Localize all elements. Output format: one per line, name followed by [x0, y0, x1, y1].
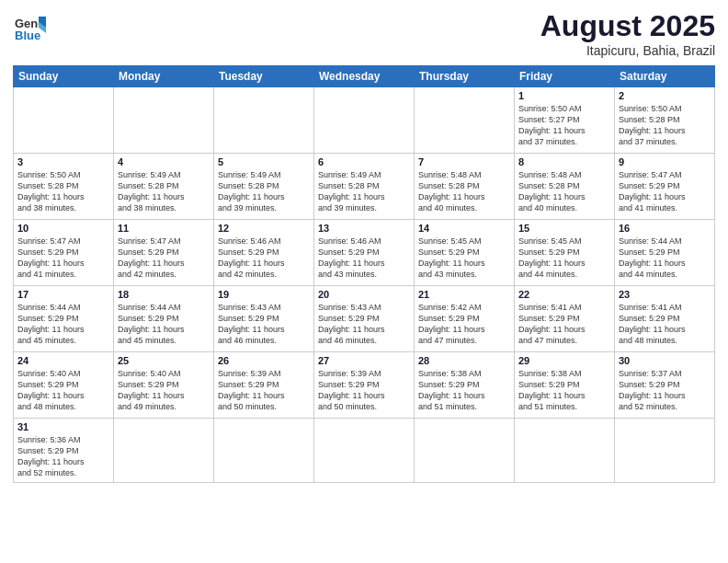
calendar-cell: 13Sunrise: 5:46 AM Sunset: 5:29 PM Dayli… — [314, 220, 415, 286]
day-info: Sunrise: 5:40 AM Sunset: 5:29 PM Dayligh… — [17, 368, 109, 413]
day-info: Sunrise: 5:47 AM Sunset: 5:29 PM Dayligh… — [619, 169, 711, 214]
day-number: 23 — [619, 289, 711, 300]
day-info: Sunrise: 5:37 AM Sunset: 5:29 PM Dayligh… — [619, 368, 711, 413]
day-info: Sunrise: 5:50 AM Sunset: 5:28 PM Dayligh… — [17, 169, 109, 214]
day-info: Sunrise: 5:41 AM Sunset: 5:29 PM Dayligh… — [518, 302, 610, 347]
day-info: Sunrise: 5:49 AM Sunset: 5:28 PM Dayligh… — [318, 169, 410, 214]
calendar-cell: 1Sunrise: 5:50 AM Sunset: 5:27 PM Daylig… — [515, 87, 615, 154]
calendar-cell: 17Sunrise: 5:44 AM Sunset: 5:29 PM Dayli… — [14, 286, 114, 352]
calendar-cell — [515, 419, 615, 483]
calendar-cell: 28Sunrise: 5:38 AM Sunset: 5:29 PM Dayli… — [415, 352, 515, 419]
calendar-cell: 11Sunrise: 5:47 AM Sunset: 5:29 PM Dayli… — [114, 220, 214, 286]
weekday-header: Saturday — [615, 66, 715, 87]
calendar-cell: 3Sunrise: 5:50 AM Sunset: 5:28 PM Daylig… — [14, 154, 114, 220]
calendar-cell: 19Sunrise: 5:43 AM Sunset: 5:29 PM Dayli… — [214, 286, 314, 352]
calendar-cell: 12Sunrise: 5:46 AM Sunset: 5:29 PM Dayli… — [214, 220, 314, 286]
day-info: Sunrise: 5:38 AM Sunset: 5:29 PM Dayligh… — [418, 368, 510, 413]
day-info: Sunrise: 5:42 AM Sunset: 5:29 PM Dayligh… — [418, 302, 510, 347]
calendar-cell — [214, 87, 314, 154]
day-number: 21 — [418, 289, 510, 300]
logo: General Blue — [13, 9, 46, 42]
day-info: Sunrise: 5:40 AM Sunset: 5:29 PM Dayligh… — [118, 368, 210, 413]
calendar-cell: 5Sunrise: 5:49 AM Sunset: 5:28 PM Daylig… — [214, 154, 314, 220]
day-number: 10 — [17, 223, 109, 234]
calendar-cell — [314, 87, 415, 154]
calendar-cell: 25Sunrise: 5:40 AM Sunset: 5:29 PM Dayli… — [114, 352, 214, 419]
day-info: Sunrise: 5:43 AM Sunset: 5:29 PM Dayligh… — [218, 302, 310, 347]
day-number: 28 — [418, 355, 510, 366]
day-info: Sunrise: 5:44 AM Sunset: 5:29 PM Dayligh… — [619, 236, 711, 281]
day-info: Sunrise: 5:46 AM Sunset: 5:29 PM Dayligh… — [218, 236, 310, 281]
header: General Blue August 2025 Itapicuru, Bahi… — [13, 9, 715, 58]
calendar-table: SundayMondayTuesdayWednesdayThursdayFrid… — [13, 65, 715, 483]
day-info: Sunrise: 5:44 AM Sunset: 5:29 PM Dayligh… — [17, 302, 109, 347]
weekday-header: Sunday — [14, 66, 114, 87]
day-info: Sunrise: 5:45 AM Sunset: 5:29 PM Dayligh… — [418, 236, 510, 281]
day-number: 19 — [218, 289, 310, 300]
day-info: Sunrise: 5:47 AM Sunset: 5:29 PM Dayligh… — [118, 236, 210, 281]
calendar-cell — [114, 87, 214, 154]
day-number: 4 — [118, 156, 210, 167]
title-block: August 2025 Itapicuru, Bahia, Brazil — [540, 9, 715, 58]
day-number: 20 — [318, 289, 410, 300]
calendar-cell: 8Sunrise: 5:48 AM Sunset: 5:28 PM Daylig… — [515, 154, 615, 220]
calendar-cell: 18Sunrise: 5:44 AM Sunset: 5:29 PM Dayli… — [114, 286, 214, 352]
location: Itapicuru, Bahia, Brazil — [540, 43, 715, 58]
day-info: Sunrise: 5:48 AM Sunset: 5:28 PM Dayligh… — [418, 169, 510, 214]
day-info: Sunrise: 5:49 AM Sunset: 5:28 PM Dayligh… — [118, 169, 210, 214]
day-number: 17 — [17, 289, 109, 300]
calendar-cell: 31Sunrise: 5:36 AM Sunset: 5:29 PM Dayli… — [14, 419, 114, 483]
calendar-cell: 7Sunrise: 5:48 AM Sunset: 5:28 PM Daylig… — [415, 154, 515, 220]
day-number: 26 — [218, 355, 310, 366]
calendar-cell — [415, 419, 515, 483]
day-number: 1 — [518, 90, 610, 101]
day-info: Sunrise: 5:47 AM Sunset: 5:29 PM Dayligh… — [17, 236, 109, 281]
day-info: Sunrise: 5:49 AM Sunset: 5:28 PM Dayligh… — [218, 169, 310, 214]
day-number: 31 — [17, 421, 109, 432]
day-number: 27 — [318, 355, 410, 366]
day-number: 24 — [17, 355, 109, 366]
day-info: Sunrise: 5:45 AM Sunset: 5:29 PM Dayligh… — [518, 236, 610, 281]
weekday-header: Tuesday — [214, 66, 314, 87]
day-number: 29 — [518, 355, 610, 366]
calendar-cell — [415, 87, 515, 154]
day-info: Sunrise: 5:50 AM Sunset: 5:28 PM Dayligh… — [619, 103, 711, 148]
calendar-cell: 29Sunrise: 5:38 AM Sunset: 5:29 PM Dayli… — [515, 352, 615, 419]
day-number: 16 — [619, 223, 711, 234]
calendar-cell: 24Sunrise: 5:40 AM Sunset: 5:29 PM Dayli… — [14, 352, 114, 419]
weekday-header: Friday — [515, 66, 615, 87]
calendar-cell: 16Sunrise: 5:44 AM Sunset: 5:29 PM Dayli… — [615, 220, 715, 286]
day-number: 6 — [318, 156, 410, 167]
day-info: Sunrise: 5:48 AM Sunset: 5:28 PM Dayligh… — [518, 169, 610, 214]
day-info: Sunrise: 5:39 AM Sunset: 5:29 PM Dayligh… — [318, 368, 410, 413]
calendar-cell: 14Sunrise: 5:45 AM Sunset: 5:29 PM Dayli… — [415, 220, 515, 286]
day-number: 3 — [17, 156, 109, 167]
calendar-cell — [214, 419, 314, 483]
calendar-week-row: 31Sunrise: 5:36 AM Sunset: 5:29 PM Dayli… — [14, 419, 715, 483]
day-number: 25 — [118, 355, 210, 366]
calendar-cell: 10Sunrise: 5:47 AM Sunset: 5:29 PM Dayli… — [14, 220, 114, 286]
calendar-cell: 21Sunrise: 5:42 AM Sunset: 5:29 PM Dayli… — [415, 286, 515, 352]
day-number: 13 — [318, 223, 410, 234]
day-info: Sunrise: 5:36 AM Sunset: 5:29 PM Dayligh… — [17, 434, 109, 479]
calendar-cell — [14, 87, 114, 154]
day-number: 30 — [619, 355, 711, 366]
calendar-cell — [314, 419, 415, 483]
day-number: 11 — [118, 223, 210, 234]
svg-text:Blue: Blue — [15, 29, 40, 42]
day-number: 15 — [518, 223, 610, 234]
calendar-cell: 4Sunrise: 5:49 AM Sunset: 5:28 PM Daylig… — [114, 154, 214, 220]
calendar-cell: 15Sunrise: 5:45 AM Sunset: 5:29 PM Dayli… — [515, 220, 615, 286]
calendar-cell: 6Sunrise: 5:49 AM Sunset: 5:28 PM Daylig… — [314, 154, 415, 220]
calendar-week-row: 3Sunrise: 5:50 AM Sunset: 5:28 PM Daylig… — [14, 154, 715, 220]
month-year: August 2025 — [540, 9, 715, 43]
day-info: Sunrise: 5:44 AM Sunset: 5:29 PM Dayligh… — [118, 302, 210, 347]
page: General Blue August 2025 Itapicuru, Bahi… — [0, 0, 728, 563]
day-number: 5 — [218, 156, 310, 167]
day-number: 8 — [518, 156, 610, 167]
day-info: Sunrise: 5:50 AM Sunset: 5:27 PM Dayligh… — [518, 103, 610, 148]
day-number: 14 — [418, 223, 510, 234]
day-number: 12 — [218, 223, 310, 234]
calendar-week-row: 10Sunrise: 5:47 AM Sunset: 5:29 PM Dayli… — [14, 220, 715, 286]
weekday-header: Monday — [114, 66, 214, 87]
